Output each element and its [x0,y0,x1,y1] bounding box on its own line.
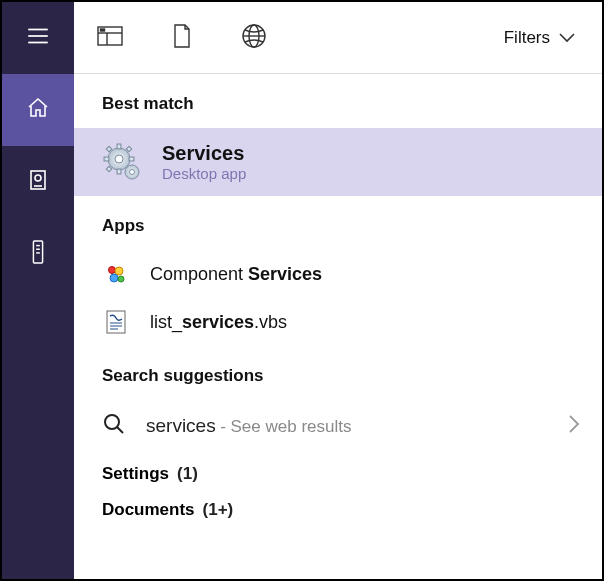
app-result-list-services-vbs[interactable]: list_services.vbs [74,298,602,346]
svg-rect-20 [117,169,121,174]
svg-point-18 [115,155,123,163]
app-result-component-services[interactable]: Component Services [74,250,602,298]
toolbar: Filters [74,2,602,74]
svg-line-37 [117,427,123,433]
svg-rect-21 [104,157,109,161]
apps-view-icon [97,25,123,51]
documents-nav-button[interactable] [2,146,74,218]
web-suggestion-row[interactable]: services - See web results [74,400,602,452]
settings-group-row[interactable]: Settings (1) [74,452,602,488]
chevron-right-icon [566,413,582,439]
hamburger-menu-button[interactable] [2,2,74,74]
app-label: list_services.vbs [150,312,287,333]
group-count: (1) [177,464,198,484]
home-nav-button[interactable] [2,74,74,146]
toolbar-scope-icons [74,2,290,74]
app-label: Component Services [150,264,322,285]
svg-point-4 [35,175,41,181]
apps-scope-button[interactable] [74,2,146,74]
svg-point-29 [115,267,123,275]
svg-rect-13 [101,29,105,31]
web-icon [241,23,267,53]
svg-rect-22 [129,157,134,161]
document-icon [171,23,193,53]
svg-rect-32 [107,311,125,333]
home-icon [26,96,50,124]
remote-icon [27,239,49,269]
sidebar [2,2,74,579]
filters-label: Filters [504,28,550,48]
group-count: (1+) [203,500,234,520]
gear-services-icon [102,142,142,182]
start-menu-search-panel: Filters Best match [2,2,602,579]
search-icon [102,412,126,440]
best-match-text: Services Desktop app [162,142,246,182]
script-file-icon [102,308,130,336]
group-name: Documents [102,500,195,520]
results-content: Best match [74,74,602,579]
svg-point-28 [109,267,116,274]
svg-rect-19 [117,144,121,149]
best-match-subtitle: Desktop app [162,165,246,182]
chevron-down-icon [558,28,576,48]
suggestion-text: services - See web results [146,415,351,437]
component-services-icon [102,260,130,288]
suggestion-hint: - See web results [220,417,351,436]
best-match-title: Services [162,142,246,165]
best-match-header: Best match [74,74,602,128]
svg-point-30 [110,274,118,282]
suggestion-query: services [146,415,216,436]
web-scope-button[interactable] [218,2,290,74]
svg-point-36 [105,415,119,429]
hamburger-menu-icon [25,23,51,53]
remote-nav-button[interactable] [2,218,74,290]
search-suggestions-header: Search suggestions [74,346,602,400]
svg-point-31 [118,276,124,282]
svg-point-27 [130,170,135,175]
best-match-result[interactable]: Services Desktop app [74,128,602,196]
group-name: Settings [102,464,169,484]
apps-header: Apps [74,196,602,250]
filters-button[interactable]: Filters [496,22,584,54]
documents-icon [26,168,50,196]
svg-rect-6 [33,241,42,263]
documents-scope-button[interactable] [146,2,218,74]
main-panel: Filters Best match [74,2,602,579]
documents-group-row[interactable]: Documents (1+) [74,488,602,524]
